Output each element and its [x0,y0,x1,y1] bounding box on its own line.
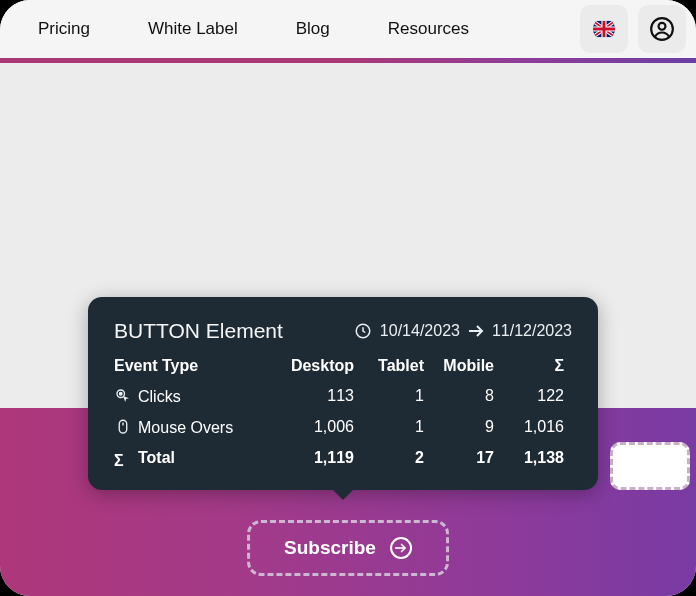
clicks-icon [114,387,132,405]
nav-link-blog[interactable]: Blog [296,19,330,39]
nav-link-white-label[interactable]: White Label [148,19,238,39]
app-window: Pricing White Label Blog Resources [0,0,696,596]
dashed-placeholder [610,442,690,490]
row-label: Mouse Overs [138,419,233,436]
header-divider [0,58,696,63]
date-range: 10/14/2023 11/12/2023 [354,322,572,340]
table-row: Clicks [114,387,274,406]
col-tablet: Tablet [354,357,424,375]
arrow-right-icon [468,325,484,337]
nav-links: Pricing White Label Blog Resources [10,19,469,39]
subscribe-button[interactable]: Subscribe [247,520,449,576]
language-button[interactable] [580,5,628,53]
popover-arrow [331,488,355,500]
total-tablet: 2 [354,449,424,470]
total-desktop: 1,119 [274,449,354,470]
uk-flag-icon [593,18,615,40]
row-label: Clicks [138,388,181,405]
analytics-popover: BUTTON Element 10/14/2023 11/12/2023 Eve… [88,297,598,490]
cell-tablet: 1 [354,387,424,406]
svg-point-2 [659,23,666,30]
top-nav: Pricing White Label Blog Resources [0,0,696,58]
popover-header: BUTTON Element 10/14/2023 11/12/2023 [114,319,572,343]
subscribe-label: Subscribe [284,537,376,559]
cell-sum: 1,016 [494,418,564,437]
cell-mobile: 9 [424,418,494,437]
analytics-table: Event Type Desktop Tablet Mobile Σ Click… [114,357,572,470]
sigma-icon: Σ [114,452,132,470]
total-sum: 1,138 [494,449,564,470]
popover-title: BUTTON Element [114,319,283,343]
cell-desktop: 113 [274,387,354,406]
nav-right [580,5,686,53]
svg-rect-8 [119,420,127,433]
col-event-type: Event Type [114,357,274,375]
table-row: Mouse Overs [114,418,274,437]
total-label: Total [138,449,175,466]
nav-link-pricing[interactable]: Pricing [38,19,90,39]
total-mobile: 17 [424,449,494,470]
cell-desktop: 1,006 [274,418,354,437]
clock-icon [354,322,372,340]
total-row: ΣTotal [114,449,274,470]
col-sum: Σ [494,357,564,375]
col-mobile: Mobile [424,357,494,375]
cell-mobile: 8 [424,387,494,406]
account-button[interactable] [638,5,686,53]
svg-point-7 [119,392,122,395]
date-from: 10/14/2023 [380,322,460,340]
cell-sum: 122 [494,387,564,406]
cell-tablet: 1 [354,418,424,437]
nav-link-resources[interactable]: Resources [388,19,469,39]
col-desktop: Desktop [274,357,354,375]
arrow-right-circle-icon [390,537,412,559]
user-circle-icon [649,16,675,42]
mouse-icon [114,418,132,436]
date-to: 11/12/2023 [492,322,572,340]
